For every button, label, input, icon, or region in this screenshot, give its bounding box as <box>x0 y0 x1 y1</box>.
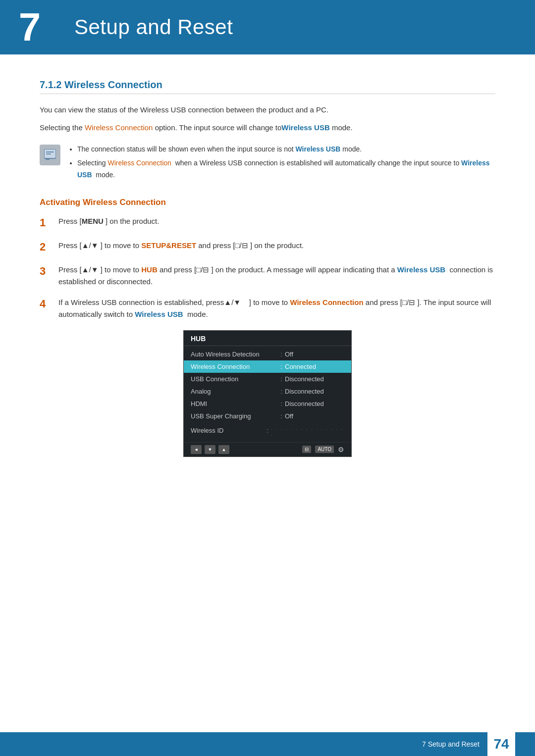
footer-page-number: 74 <box>487 732 515 756</box>
intro-paragraph-1: You can view the status of the Wireless … <box>40 104 495 116</box>
step-item-3: 3 Press [▲/▼ ] to move to HUB and press … <box>40 264 495 288</box>
hub-row-hdmi: HDMI : Disconnected <box>184 398 351 410</box>
hub-nav-left: ◄ <box>191 445 202 454</box>
hub-value-usb-connection: Disconnected <box>285 375 344 383</box>
hub-settings-icon: ⚙ <box>338 446 344 454</box>
hub-menu-footer: ◄ ▼ ▲ ⊟ AUTO ⚙ <box>184 442 351 456</box>
hub-row-usb-super-charging: USB Super Charging : Off <box>184 410 351 422</box>
hub-value-wireless-connection: Connected <box>285 363 344 370</box>
hub-label-analog: Analog <box>191 388 278 395</box>
hub-label-auto-wireless: Auto Wireless Detection <box>191 351 278 358</box>
note-item-2: Selecting Wireless Connection when a Wir… <box>77 157 495 181</box>
hub-label-wireless-id: Wireless ID <box>191 427 264 434</box>
step-item-2: 2 Press [▲/▼ ] to move to SETUP&RESET an… <box>40 240 495 255</box>
hub-label-usb-connection: USB Connection <box>191 375 278 383</box>
hub-value-usb-super-charging: Off <box>285 412 344 420</box>
svg-rect-7 <box>46 153 51 154</box>
step-text-2: Press [▲/▼ ] to move to SETUP&RESET and … <box>58 240 304 252</box>
hub-nav-up: ▲ <box>218 445 229 454</box>
step-number-4: 4 <box>40 297 58 312</box>
hub-row-usb-connection: USB Connection : Disconnected <box>184 373 351 385</box>
intro2-highlight1: Wireless Connection <box>85 123 153 132</box>
hub-value-wireless-id: . . . . . . . . . . . . . . . . <box>271 425 344 437</box>
page-footer: 7 Setup and Reset 74 <box>0 732 535 756</box>
note-icon <box>40 145 60 165</box>
hub-nav-down: ▼ <box>205 445 215 454</box>
hub-value-hdmi: Disconnected <box>285 400 344 407</box>
note-item-1: The connection status will be shown even… <box>77 144 495 155</box>
section-heading: 7.1.2 Wireless Connection <box>40 79 495 94</box>
intro-paragraph-2: Selecting the Wireless Connection option… <box>40 122 495 134</box>
step-text-4: If a Wireless USB connection is establis… <box>58 297 495 320</box>
page-title: Setup and Reset <box>59 15 233 39</box>
hub-value-analog: Disconnected <box>285 388 344 395</box>
step-number-3: 3 <box>40 264 58 279</box>
note-box: The connection status will be shown even… <box>40 144 495 183</box>
hub-row-auto-wireless: Auto Wireless Detection : Off <box>184 348 351 360</box>
chapter-number-block: 7 <box>0 0 59 54</box>
step-item-1: 1 Press [MENU ] on the product. <box>40 215 495 231</box>
hub-enter-btn: ⊟ <box>302 446 311 453</box>
hub-label-usb-super-charging: USB Super Charging <box>191 412 278 420</box>
hub-auto-btn: AUTO <box>315 446 334 453</box>
hub-label-hdmi: HDMI <box>191 400 278 407</box>
hub-menu-screenshot: HUB Auto Wireless Detection : Off Wirele… <box>183 330 352 457</box>
hub-row-wireless-id: Wireless ID : . . . . . . . . . . . . . … <box>184 422 351 439</box>
hub-label-wireless-connection: Wireless Connection <box>191 363 278 370</box>
footer-chapter-text: 7 Setup and Reset <box>422 740 480 748</box>
note-list: The connection status will be shown even… <box>68 144 495 183</box>
step-text-1: Press [MENU ] on the product. <box>58 215 159 227</box>
hub-menu-title: HUB <box>184 331 351 346</box>
intro2-highlight2: Wireless USB <box>281 123 329 132</box>
hub-value-auto-wireless: Off <box>285 351 344 358</box>
hub-menu-rows: Auto Wireless Detection : Off Wireless C… <box>184 346 351 442</box>
svg-rect-6 <box>46 151 54 152</box>
chapter-number: 7 <box>19 7 41 47</box>
main-content: 7.1.2 Wireless Connection You can view t… <box>0 54 535 506</box>
step-number-2: 2 <box>40 240 58 255</box>
step-item-4: 4 If a Wireless USB connection is establ… <box>40 297 495 320</box>
intro2-middle: option. The input source will change to <box>153 123 281 132</box>
hub-row-analog: Analog : Disconnected <box>184 385 351 398</box>
intro2-before: Selecting the <box>40 123 85 132</box>
step-number-1: 1 <box>40 215 58 231</box>
intro2-end: mode. <box>330 123 353 132</box>
hub-row-wireless-connection: Wireless Connection : Connected <box>184 360 351 373</box>
page-header: 7 Setup and Reset <box>0 0 535 54</box>
steps-list: 1 Press [MENU ] on the product. 2 Press … <box>40 215 495 320</box>
step-text-3: Press [▲/▼ ] to move to HUB and press [□… <box>58 264 495 288</box>
activating-heading: Activating Wireless Connection <box>40 198 495 207</box>
